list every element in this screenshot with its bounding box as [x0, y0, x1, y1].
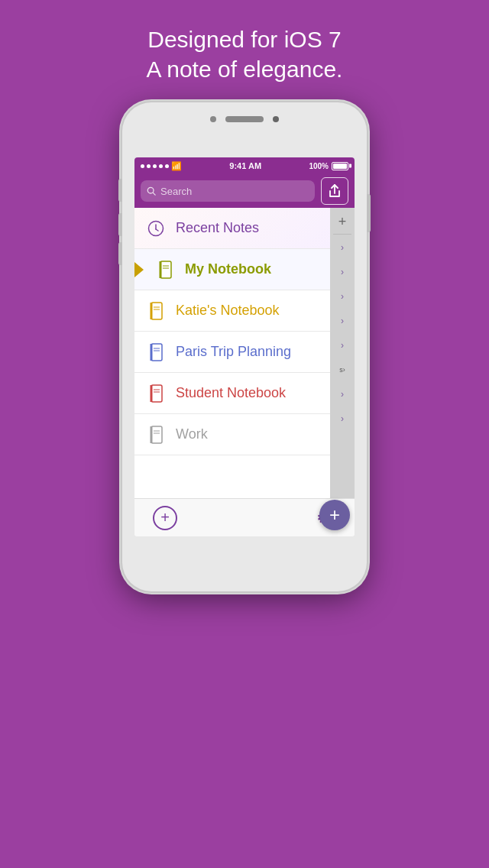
search-placeholder: Search — [160, 186, 192, 197]
search-icon — [147, 186, 156, 196]
notebook-icon-olive — [154, 259, 176, 280]
status-time: 9:41 AM — [229, 161, 261, 170]
clock-icon — [145, 218, 167, 239]
svg-rect-17 — [151, 385, 162, 402]
sidebar-chevron-8[interactable]: › — [332, 407, 353, 430]
fab-button[interactable]: + — [319, 500, 350, 530]
my-notebook-label: My Notebook — [185, 261, 319, 277]
list-item-work[interactable]: Work — [134, 414, 330, 455]
sidebar-chevron-2[interactable]: › — [332, 261, 353, 283]
sidebar-add-button[interactable]: + — [332, 211, 353, 232]
share-icon — [329, 184, 341, 198]
sidebar-chevron-6[interactable]: s› — [332, 358, 353, 381]
list-item-recent-notes[interactable]: Recent Notes — [134, 208, 330, 249]
volume-up-button — [118, 213, 122, 236]
status-signal: 📶 — [141, 161, 182, 171]
search-bar[interactable]: Search — [141, 180, 315, 202]
sidebar-chevron-4[interactable]: › — [332, 309, 353, 332]
notebook-icon-red — [145, 383, 167, 404]
list-item-paris-trip[interactable]: Paris Trip Planning — [134, 332, 330, 373]
battery-icon — [332, 162, 348, 170]
phone-dot — [210, 116, 216, 122]
svg-rect-21 — [151, 426, 162, 443]
active-indicator — [134, 262, 144, 277]
sidebar-chevron-1[interactable]: › — [332, 236, 353, 259]
list-item-katies-notebook[interactable]: Katie's Notebook — [134, 290, 330, 332]
sidebar: + › › › › › s› › › — [330, 208, 355, 498]
phone-screen: 📶 9:41 AM 100% Search — [134, 157, 355, 536]
svg-line-1 — [153, 193, 155, 195]
notebook-icon-gray — [145, 424, 167, 445]
student-notebook-label: Student Notebook — [176, 385, 319, 401]
phone-speaker — [225, 116, 264, 122]
sidebar-chevron-3[interactable]: › — [332, 285, 353, 308]
bottom-bar: + ⚙ + — [134, 498, 355, 536]
notebook-icon-blue — [145, 342, 167, 363]
volume-down-button — [118, 242, 122, 265]
share-button[interactable] — [321, 177, 348, 205]
tagline-block: Designed for iOS 7 A note of elegance. — [147, 24, 343, 84]
toolbar: Search — [134, 174, 355, 208]
recent-notes-label: Recent Notes — [176, 220, 319, 236]
list-container: Recent Notes My Notebook — [134, 208, 355, 498]
work-label: Work — [176, 426, 319, 442]
main-list: Recent Notes My Notebook — [134, 208, 330, 498]
sidebar-chevron-5[interactable]: › — [332, 334, 353, 357]
svg-line-4 — [156, 229, 158, 231]
status-battery: 100% — [309, 162, 348, 170]
tagline-line2: A note of elegance. — [147, 54, 343, 84]
wifi-icon: 📶 — [171, 161, 182, 171]
phone-camera — [273, 116, 279, 122]
notebook-icon-gold — [145, 300, 167, 322]
svg-rect-13 — [151, 344, 162, 361]
sidebar-chevron-7[interactable]: › — [332, 383, 353, 406]
tagline-line1: Designed for iOS 7 — [147, 24, 343, 54]
sidebar-divider — [333, 234, 351, 235]
list-item-student-notebook[interactable]: Student Notebook — [134, 373, 330, 414]
svg-rect-5 — [160, 261, 171, 278]
svg-rect-9 — [151, 303, 162, 319]
battery-pct: 100% — [309, 162, 329, 170]
katies-notebook-label: Katie's Notebook — [176, 303, 319, 319]
phone-shell: 📶 9:41 AM 100% Search — [122, 102, 367, 591]
status-bar: 📶 9:41 AM 100% — [134, 157, 355, 174]
paris-trip-label: Paris Trip Planning — [176, 344, 319, 360]
list-item-my-notebook[interactable]: My Notebook — [134, 249, 330, 290]
phone-top-bar — [122, 102, 367, 122]
add-notebook-button[interactable]: + — [153, 506, 177, 530]
